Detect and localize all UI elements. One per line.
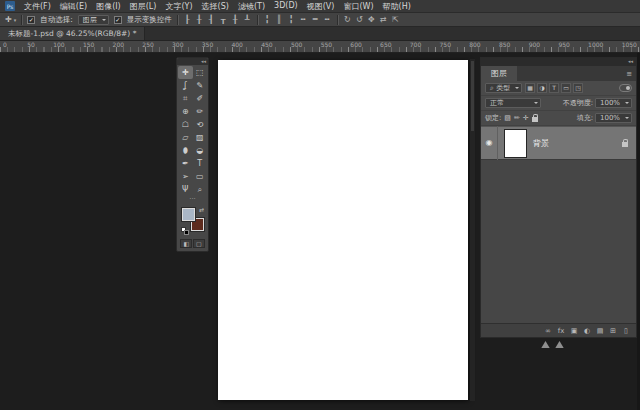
tool-gradient[interactable]: ▨ bbox=[193, 131, 208, 144]
filter-smart-object-icon[interactable]: ◳ bbox=[573, 83, 583, 93]
auto-select-dropdown[interactable]: 图层 bbox=[78, 15, 109, 25]
menu-item[interactable]: 文字(Y) bbox=[165, 1, 192, 12]
lock-position-icon[interactable]: ✛ bbox=[523, 114, 529, 122]
3d-drag-icon[interactable]: ✥ bbox=[367, 13, 376, 26]
ruler-ticks bbox=[0, 47, 640, 52]
layer-row-background[interactable]: ◉ 背景 bbox=[481, 126, 636, 160]
distribute-center-icon[interactable]: ═ bbox=[311, 13, 320, 26]
opacity-value-dropdown[interactable]: 100% bbox=[595, 98, 632, 108]
3d-rotate-icon[interactable]: ↻ bbox=[343, 13, 352, 26]
menu-item[interactable]: 编辑(E) bbox=[60, 1, 87, 12]
document-tab[interactable]: 未标题-1.psd @ 46.25%(RGB/8#) * bbox=[0, 27, 145, 40]
menu-item[interactable]: 窗口(W) bbox=[343, 1, 373, 12]
tool-brush[interactable]: ✏ bbox=[193, 105, 208, 118]
panel-menu-icon[interactable]: ≡ bbox=[626, 70, 636, 78]
delete-layer-icon[interactable]: ▯ bbox=[622, 327, 630, 335]
tool-pen[interactable]: ✒ bbox=[178, 157, 193, 170]
align-bottom-icon[interactable]: ┸ bbox=[243, 13, 252, 26]
tool-clone-stamp[interactable]: ☖ bbox=[178, 118, 193, 131]
filter-toggle[interactable] bbox=[619, 84, 632, 92]
tool-path-select[interactable]: ➢ bbox=[178, 170, 193, 183]
dock-grip-icon[interactable] bbox=[540, 341, 551, 348]
tool-quick-select[interactable]: ✎ bbox=[193, 79, 208, 92]
tool-eraser[interactable]: ▱ bbox=[178, 131, 193, 144]
tool-spot-heal[interactable]: ⊕ bbox=[178, 105, 193, 118]
lock-transparent-icon[interactable]: ▨ bbox=[504, 114, 511, 122]
menu-item[interactable]: 图层(L) bbox=[130, 1, 157, 12]
add-mask-icon[interactable]: ▣ bbox=[570, 327, 578, 335]
color-swatches: ⇄ bbox=[181, 205, 204, 237]
tool-dodge[interactable]: ◒ bbox=[193, 144, 208, 157]
dock-grip-icon[interactable] bbox=[554, 341, 565, 348]
toolbox-collapse-icon[interactable]: ◂◂ bbox=[177, 58, 208, 65]
tool-crop[interactable]: ⌗ bbox=[178, 92, 193, 105]
tool-eyedropper[interactable]: ✐ bbox=[193, 92, 208, 105]
tool-marquee[interactable]: ⬚ bbox=[193, 66, 208, 79]
document-canvas[interactable] bbox=[218, 60, 468, 400]
adjustment-layer-icon[interactable]: ◐ bbox=[583, 327, 591, 335]
filter-kind-label: 类型 bbox=[496, 84, 510, 92]
horizontal-ruler[interactable]: 0501001502002503003504004505005506006507… bbox=[0, 41, 640, 53]
menu-item[interactable]: 3D(D) bbox=[274, 1, 298, 12]
link-layers-icon[interactable]: ∞ bbox=[544, 327, 552, 335]
filter-shape-icon[interactable]: ▭ bbox=[561, 83, 571, 93]
filter-kind-dropdown[interactable]: ⌕ 类型 bbox=[485, 83, 522, 93]
distribute-right-icon[interactable]: ╍ bbox=[323, 13, 332, 26]
blend-mode-dropdown[interactable]: 正常 bbox=[485, 98, 541, 108]
tool-preset-picker[interactable]: ✛ ▾ bbox=[5, 15, 16, 24]
swap-colors-icon[interactable]: ⇄ bbox=[199, 206, 204, 213]
tool-shape[interactable]: ▭ bbox=[193, 170, 208, 183]
new-layer-icon[interactable]: ⊞ bbox=[609, 327, 617, 335]
show-transform-checkbox[interactable]: ✓ bbox=[114, 16, 122, 24]
new-group-icon[interactable]: ▤ bbox=[596, 327, 604, 335]
scrollbar-thumb[interactable] bbox=[471, 61, 474, 131]
move-tool-icon: ✛ bbox=[5, 15, 12, 24]
align-left-icon[interactable]: ┠ bbox=[183, 13, 192, 26]
align-right-icon[interactable]: ┨ bbox=[207, 13, 216, 26]
layer-thumbnail[interactable] bbox=[505, 130, 526, 157]
menu-item[interactable]: 滤镜(T) bbox=[238, 1, 265, 12]
quick-mask-button[interactable]: ◧ bbox=[180, 239, 192, 248]
tool-blur[interactable]: ⬮ bbox=[178, 144, 193, 157]
distribute-bottom-icon[interactable]: ╏ bbox=[287, 13, 296, 26]
visibility-eye-icon[interactable]: ◉ bbox=[481, 126, 498, 160]
align-middle-icon[interactable]: ╂ bbox=[231, 13, 240, 26]
lock-pixels-icon[interactable]: ✏ bbox=[514, 114, 520, 122]
menu-item[interactable]: 图像(I) bbox=[96, 1, 121, 12]
more-tools-icon[interactable]: ··· bbox=[177, 197, 208, 205]
tool-type[interactable]: T bbox=[193, 157, 208, 170]
toolbox-panel: ◂◂ ✛⬚ʆ✎⌗✐⊕✏☖⟲▱▨⬮◒✒T➢▭Ψ⌕ ··· ⇄ ◧ ▢ bbox=[176, 57, 209, 252]
3d-slide-icon[interactable]: ⇄ bbox=[379, 13, 388, 26]
fill-label: 填充: bbox=[577, 113, 593, 123]
photoshop-logo-icon: Ps bbox=[5, 1, 15, 11]
distribute-middle-icon[interactable]: ║ bbox=[275, 13, 284, 26]
dock-collapse-icon[interactable]: ◂◂ bbox=[481, 58, 636, 66]
align-center-h-icon[interactable]: ╂ bbox=[195, 13, 204, 26]
menu-item[interactable]: 文件(F) bbox=[24, 1, 51, 12]
menu-item[interactable]: 选择(S) bbox=[202, 1, 229, 12]
3d-roll-icon[interactable]: ↺ bbox=[355, 13, 364, 26]
menu-item[interactable]: 视图(V) bbox=[307, 1, 335, 12]
3d-scale-icon[interactable]: ⇱ bbox=[391, 13, 400, 26]
tool-move[interactable]: ✛ bbox=[178, 66, 193, 79]
tool-lasso[interactable]: ʆ bbox=[178, 79, 193, 92]
filter-type-icon[interactable]: T bbox=[549, 83, 559, 93]
align-top-icon[interactable]: ┰ bbox=[219, 13, 228, 26]
default-background-swatch bbox=[184, 230, 189, 235]
auto-select-checkbox[interactable]: ✓ bbox=[27, 16, 35, 24]
lock-all-icon[interactable] bbox=[532, 117, 538, 122]
distribute-top-icon[interactable]: ╏ bbox=[263, 13, 272, 26]
distribute-left-icon[interactable]: ╍ bbox=[299, 13, 308, 26]
filter-pixel-icon[interactable]: ▦ bbox=[525, 83, 535, 93]
default-colors-icon[interactable] bbox=[181, 227, 191, 237]
tool-history-brush[interactable]: ⟲ bbox=[193, 118, 208, 131]
fill-control: 填充: 100% bbox=[577, 113, 632, 123]
foreground-color-swatch[interactable] bbox=[182, 208, 195, 221]
document-scrollbar[interactable] bbox=[470, 59, 475, 401]
fill-value-dropdown[interactable]: 100% bbox=[595, 113, 632, 123]
tab-layers[interactable]: 图层 bbox=[481, 66, 517, 81]
screen-mode-button[interactable]: ▢ bbox=[193, 239, 205, 248]
filter-adjustment-icon[interactable]: ◑ bbox=[537, 83, 547, 93]
menu-item[interactable]: 帮助(H) bbox=[383, 1, 411, 12]
layer-style-icon[interactable]: fx bbox=[557, 327, 565, 335]
